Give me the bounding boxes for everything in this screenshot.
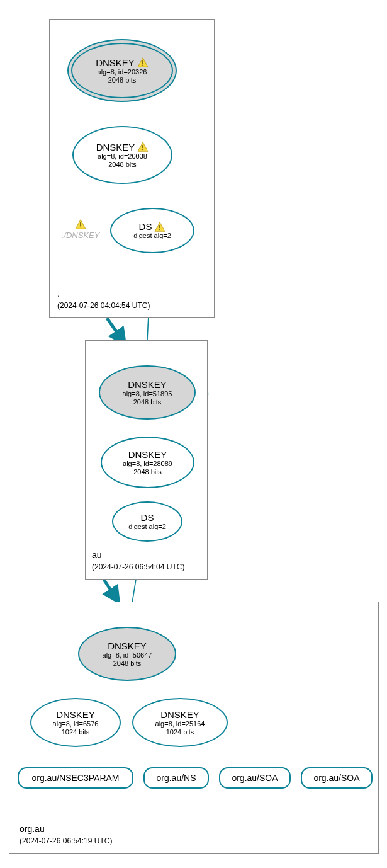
node-alg: alg=8, id=50647 bbox=[103, 651, 152, 660]
warning-icon bbox=[137, 142, 149, 152]
rrset-label: org.au/NS bbox=[156, 773, 196, 783]
ghost-label: ./DNSKEY bbox=[62, 231, 100, 240]
node-orgau-ksk[interactable]: DNSKEY alg=8, id=50647 2048 bits bbox=[78, 627, 176, 681]
node-bits: 1024 bits bbox=[62, 728, 90, 736]
cluster-au-label: au bbox=[92, 550, 102, 560]
node-alg: alg=8, id=20038 bbox=[98, 152, 147, 161]
node-alg: alg=8, id=20326 bbox=[98, 68, 147, 76]
node-orgau-zsk2[interactable]: DNSKEY alg=8, id=25164 1024 bits bbox=[132, 698, 228, 747]
node-root-ksk[interactable]: DNSKEY alg=8, id=20326 2048 bits bbox=[67, 39, 177, 102]
node-root-ds[interactable]: DS digest alg=2 bbox=[110, 208, 194, 253]
node-title: DNSKEY bbox=[56, 709, 95, 720]
node-root-zsk[interactable]: DNSKEY alg=8, id=20038 2048 bits bbox=[72, 126, 172, 184]
warning-icon bbox=[75, 219, 86, 229]
node-title: DNSKEY bbox=[108, 641, 147, 651]
node-au-ksk[interactable]: DNSKEY alg=8, id=51895 2048 bits bbox=[99, 365, 196, 420]
node-root-ghost: ./DNSKEY bbox=[58, 219, 103, 241]
cluster-orgau-label: org.au bbox=[20, 824, 45, 834]
node-digest: digest alg=2 bbox=[128, 523, 166, 531]
node-bits: 2048 bits bbox=[133, 398, 162, 406]
rrset-soa-2[interactable]: org.au/SOA bbox=[301, 767, 373, 789]
warning-icon bbox=[137, 57, 149, 67]
node-alg: alg=8, id=51895 bbox=[123, 390, 172, 398]
node-title: DNSKEY bbox=[128, 449, 167, 460]
node-bits: 2048 bits bbox=[108, 161, 137, 169]
cluster-orgau-timestamp: (2024-07-26 06:54:19 UTC) bbox=[20, 837, 112, 845]
rrset-label: org.au/SOA bbox=[232, 773, 278, 783]
node-alg: alg=8, id=6576 bbox=[53, 720, 99, 728]
node-bits: 2048 bits bbox=[108, 76, 137, 84]
node-title: DNSKEY bbox=[96, 57, 135, 68]
node-au-ds[interactable]: DS digest alg=2 bbox=[112, 501, 182, 542]
node-au-zsk[interactable]: DNSKEY alg=8, id=28089 2048 bits bbox=[101, 437, 194, 488]
rrset-nsec3param[interactable]: org.au/NSEC3PARAM bbox=[18, 767, 133, 789]
node-orgau-zsk1[interactable]: DNSKEY alg=8, id=6576 1024 bits bbox=[30, 698, 121, 747]
node-alg: alg=8, id=25164 bbox=[155, 720, 205, 728]
node-bits: 2048 bits bbox=[113, 660, 142, 668]
cluster-root-timestamp: (2024-07-26 04:04:54 UTC) bbox=[57, 301, 150, 310]
rrset-ns[interactable]: org.au/NS bbox=[143, 767, 209, 789]
cluster-au-timestamp: (2024-07-26 06:54:04 UTC) bbox=[92, 562, 184, 571]
warning-icon bbox=[154, 222, 165, 232]
cluster-root-label: . bbox=[57, 288, 60, 299]
node-digest: digest alg=2 bbox=[133, 232, 171, 240]
rrset-label: org.au/NSEC3PARAM bbox=[31, 773, 119, 783]
rrset-label: org.au/SOA bbox=[313, 773, 359, 783]
node-title: DS bbox=[141, 512, 154, 523]
node-title: DNSKEY bbox=[96, 142, 135, 152]
node-bits: 1024 bits bbox=[166, 728, 194, 736]
node-bits: 2048 bits bbox=[133, 468, 162, 476]
node-alg: alg=8, id=28089 bbox=[123, 460, 172, 468]
rrset-soa-1[interactable]: org.au/SOA bbox=[219, 767, 291, 789]
node-title: DNSKEY bbox=[128, 379, 167, 390]
node-title: DNSKEY bbox=[160, 709, 199, 720]
node-title: DS bbox=[139, 221, 152, 232]
